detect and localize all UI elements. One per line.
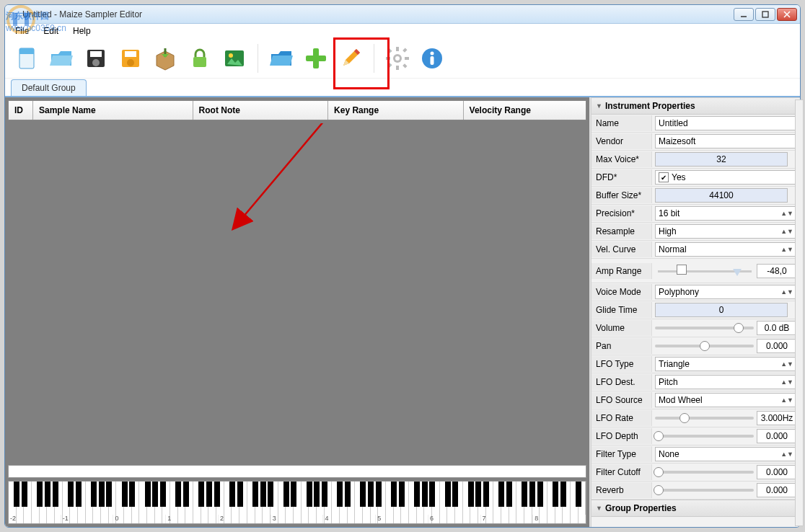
black-key[interactable] <box>68 482 74 507</box>
black-key[interactable] <box>99 482 105 507</box>
horizontal-scrollbar[interactable] <box>8 465 586 478</box>
info-button[interactable] <box>418 44 447 73</box>
black-key[interactable] <box>314 482 320 507</box>
black-key[interactable] <box>376 482 382 507</box>
black-key[interactable] <box>106 482 112 507</box>
black-key[interactable] <box>414 482 420 507</box>
black-key[interactable] <box>45 482 50 507</box>
volume-slider[interactable] <box>655 327 754 329</box>
black-key[interactable] <box>129 482 135 507</box>
black-key[interactable] <box>268 482 273 507</box>
black-key[interactable] <box>322 482 327 507</box>
black-key[interactable] <box>498 482 504 507</box>
maximize-button[interactable] <box>755 8 775 21</box>
black-key[interactable] <box>145 482 151 507</box>
black-key[interactable] <box>14 482 19 507</box>
black-key[interactable] <box>283 482 289 507</box>
pan-slider[interactable] <box>655 345 754 347</box>
filter-cutoff-value[interactable]: 0.000 <box>757 465 797 479</box>
black-key[interactable] <box>429 482 435 507</box>
lfo-source-select[interactable]: Mod Wheel▲▼ <box>655 393 797 407</box>
black-key[interactable] <box>260 482 266 507</box>
black-key[interactable] <box>452 482 458 507</box>
vendor-input[interactable] <box>655 134 797 148</box>
col-sample-name[interactable]: Sample Name <box>33 101 193 120</box>
col-id[interactable]: ID <box>9 101 33 120</box>
volume-value[interactable]: 0.0 dB <box>757 321 797 335</box>
edit-pencil-button[interactable] <box>336 44 365 73</box>
tab-default-group[interactable]: Default Group <box>11 79 87 96</box>
name-input[interactable] <box>655 116 797 130</box>
black-key[interactable] <box>237 482 243 507</box>
close-button[interactable] <box>777 8 797 21</box>
voice-mode-select[interactable]: Polyphony▲▼ <box>655 285 797 299</box>
sample-list-empty[interactable] <box>5 123 589 465</box>
black-key[interactable] <box>160 482 166 507</box>
black-key[interactable] <box>37 482 43 507</box>
black-key[interactable] <box>22 482 27 507</box>
save-button[interactable] <box>82 44 110 73</box>
black-key[interactable] <box>337 482 343 507</box>
lfo-rate-slider[interactable] <box>655 417 754 420</box>
black-key[interactable] <box>91 482 97 507</box>
black-key[interactable] <box>537 482 543 507</box>
reverb-slider[interactable] <box>655 489 754 492</box>
vel-curve-select[interactable]: Normal▲▼ <box>655 242 797 257</box>
max-voice-input[interactable]: 32 <box>655 152 788 167</box>
properties-scrollbar[interactable] <box>795 99 804 526</box>
black-key[interactable] <box>391 482 397 507</box>
resample-select[interactable]: High▲▼ <box>655 224 797 239</box>
section-group-properties[interactable]: ▼Group Properties <box>591 500 800 517</box>
black-key[interactable] <box>576 482 581 507</box>
glide-time-input[interactable]: 0 <box>655 303 788 317</box>
black-key[interactable] <box>307 482 312 507</box>
black-key[interactable] <box>206 482 212 507</box>
black-key[interactable] <box>529 482 535 507</box>
black-key[interactable] <box>506 482 512 507</box>
black-key[interactable] <box>345 482 351 507</box>
import-button[interactable] <box>151 44 180 73</box>
col-velocity-range[interactable]: Velocity Range <box>464 101 586 120</box>
black-key[interactable] <box>291 482 296 507</box>
black-key[interactable] <box>560 482 566 507</box>
piano-keyboard[interactable]: -2-1012345678 <box>8 481 586 524</box>
lfo-rate-value[interactable]: 3.000Hz <box>757 411 797 425</box>
picture-button[interactable] <box>220 44 249 73</box>
add-button[interactable] <box>302 44 330 73</box>
folder-button[interactable] <box>267 44 296 73</box>
black-key[interactable] <box>252 482 258 507</box>
black-key[interactable] <box>183 482 189 507</box>
black-key[interactable] <box>445 482 451 507</box>
black-key[interactable] <box>475 482 481 507</box>
lfo-depth-slider[interactable] <box>655 435 754 438</box>
menu-help[interactable]: Help <box>67 25 97 37</box>
pan-value[interactable]: 0.000 <box>757 339 797 353</box>
save-as-button[interactable] <box>116 44 145 73</box>
black-key[interactable] <box>360 482 366 507</box>
black-key[interactable] <box>368 482 374 507</box>
black-key[interactable] <box>422 482 428 507</box>
menu-edit[interactable]: Edit <box>38 25 64 37</box>
buffer-size-input[interactable]: 44100 <box>655 188 788 203</box>
lfo-type-select[interactable]: Triangle▲▼ <box>655 357 797 371</box>
filter-type-select[interactable]: None▲▼ <box>655 447 797 461</box>
new-file-button[interactable] <box>12 44 41 73</box>
reverb-value[interactable]: 0.000 <box>757 483 797 497</box>
black-key[interactable] <box>399 482 405 507</box>
black-key[interactable] <box>152 482 158 507</box>
section-instrument-properties[interactable]: ▼Instrument Properties <box>591 97 800 115</box>
amp-range-value[interactable]: -48,0 <box>757 264 797 278</box>
black-key[interactable] <box>229 482 235 507</box>
black-key[interactable] <box>198 482 204 507</box>
precision-select[interactable]: 16 bit▲▼ <box>655 206 797 221</box>
minimize-button[interactable] <box>734 8 754 21</box>
black-key[interactable] <box>468 482 474 507</box>
amp-range-slider[interactable] <box>655 265 755 278</box>
lfo-depth-value[interactable]: 0.000 <box>757 429 797 443</box>
black-key[interactable] <box>214 482 220 507</box>
lock-button[interactable] <box>185 44 214 73</box>
black-key[interactable] <box>53 482 58 507</box>
black-key[interactable] <box>76 482 82 507</box>
col-root-note[interactable]: Root Note <box>193 101 328 120</box>
settings-button[interactable] <box>383 44 412 73</box>
